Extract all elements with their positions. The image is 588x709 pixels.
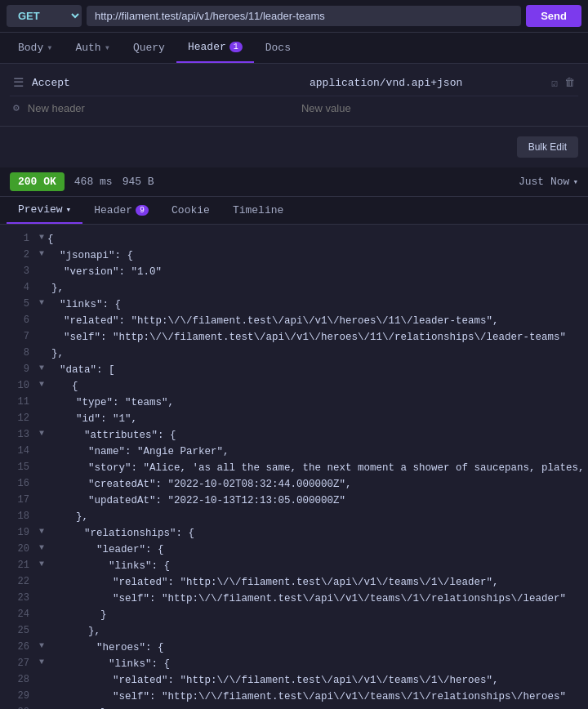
json-line: 22 "related": "http:\/\/filament.test\/a…: [0, 574, 588, 591]
line-number: 20: [7, 542, 29, 558]
line-number: 10: [7, 378, 29, 395]
json-line: 4 },: [0, 280, 588, 297]
method-select[interactable]: GET POST PUT DELETE: [7, 5, 82, 27]
line-content: }: [39, 607, 581, 623]
json-line: 11 "type": "teams",: [0, 395, 588, 411]
collapse-arrow-icon[interactable]: ▼: [39, 247, 44, 264]
line-number: 18: [7, 509, 29, 525]
tab-auth[interactable]: Auth ▾: [64, 33, 121, 63]
collapse-arrow-icon[interactable]: ▼: [39, 427, 44, 444]
json-line: 17 "updatedAt": "2022-10-13T12:13:05.000…: [0, 493, 588, 509]
header-check-icon[interactable]: ☑: [551, 77, 558, 90]
line-number: 24: [7, 607, 29, 623]
tab-docs[interactable]: Docs: [254, 33, 302, 63]
line-content: "createdAt": "2022-10-02T08:32:44.000000…: [39, 476, 581, 493]
json-line: 12 "id": "1",: [0, 411, 588, 427]
line-number: 26: [7, 640, 29, 656]
collapse-arrow-icon[interactable]: ▼: [39, 231, 44, 247]
line-content: "links": {: [47, 558, 581, 574]
timestamp-text: Just Now: [519, 176, 569, 188]
preview-tabs: Preview ▾ Header 9 Cookie Timeline: [0, 197, 588, 225]
line-content: "type": "teams",: [39, 395, 581, 411]
json-line: 2 ▼ "jsonapi": {: [0, 247, 588, 264]
header-actions: ☑ 🗑: [551, 77, 575, 90]
line-number: 6: [7, 313, 29, 329]
header-row-accept: ☰ Accept application/vnd.api+json ☑ 🗑: [10, 70, 578, 96]
line-content: },: [39, 346, 581, 362]
new-header-row: ⚙: [10, 96, 578, 119]
json-response-content: 1 ▼{2 ▼ "jsonapi": {3 "version": "1.0"4 …: [0, 225, 588, 709]
line-number: 16: [7, 476, 29, 493]
header-menu-icon[interactable]: ☰: [13, 75, 24, 91]
line-number: 21: [7, 558, 29, 574]
line-content: {: [47, 231, 581, 247]
json-line: 15 "story": "Alice, 'as all the same, th…: [0, 460, 588, 476]
line-content: "jsonapi": {: [47, 247, 581, 264]
timestamp-chevron-icon[interactable]: ▾: [572, 176, 578, 187]
line-content: "name": "Angie Parker",: [39, 444, 581, 460]
json-line: 29 "self": "http:\/\/filament.test\/api\…: [0, 689, 588, 705]
bulk-edit-button[interactable]: Bulk Edit: [517, 136, 578, 158]
header-delete-icon[interactable]: 🗑: [564, 77, 575, 90]
collapse-arrow-icon[interactable]: ▼: [39, 656, 44, 672]
line-content: "attributes": {: [47, 427, 581, 444]
tab-header[interactable]: Header 1: [176, 33, 254, 63]
json-line: 20 ▼ "leader": {: [0, 542, 588, 558]
line-number: 22: [7, 574, 29, 591]
collapse-arrow-icon[interactable]: ▼: [39, 362, 44, 378]
line-number: 19: [7, 525, 29, 542]
collapse-arrow-icon[interactable]: ▼: [39, 558, 44, 574]
json-line: 16 "createdAt": "2022-10-02T08:32:44.000…: [0, 476, 588, 493]
line-content: "related": "http:\/\/filament.test\/api\…: [39, 313, 581, 329]
url-input[interactable]: [87, 6, 521, 26]
tab-preview[interactable]: Preview ▾: [7, 197, 82, 224]
line-number: 13: [7, 427, 29, 444]
json-line: 27 ▼ "links": {: [0, 656, 588, 672]
send-button[interactable]: Send: [526, 5, 581, 27]
json-line: 10 ▼ {: [0, 378, 588, 395]
line-content: },: [39, 623, 581, 640]
collapse-arrow-icon[interactable]: ▼: [39, 542, 44, 558]
line-content: "self": "http:\/\/filament.test\/api\/v1…: [39, 689, 581, 705]
json-line: 1 ▼{: [0, 231, 588, 247]
json-line: 26 ▼ "heroes": {: [0, 640, 588, 656]
new-value-input[interactable]: [301, 102, 575, 114]
response-size: 945 B: [122, 176, 154, 188]
line-number: 14: [7, 444, 29, 460]
line-number: 12: [7, 411, 29, 427]
collapse-arrow-icon[interactable]: ▼: [39, 297, 44, 313]
line-number: 9: [7, 362, 29, 378]
tab-cookie[interactable]: Cookie: [160, 197, 221, 224]
json-line: 5 ▼ "links": {: [0, 297, 588, 313]
url-bar: GET POST PUT DELETE Send: [0, 0, 588, 33]
line-number: 11: [7, 395, 29, 411]
tab-timeline[interactable]: Timeline: [221, 197, 295, 224]
tab-query[interactable]: Query: [122, 33, 176, 63]
line-content: {: [47, 378, 581, 395]
line-content: "data": [: [47, 362, 581, 378]
line-content: "self": "http:\/\/filament.test\/api\/v1…: [39, 329, 581, 346]
line-content: "updatedAt": "2022-10-13T12:13:05.000000…: [39, 493, 581, 509]
json-line: 25 },: [0, 623, 588, 640]
line-number: 25: [7, 623, 29, 640]
line-number: 29: [7, 689, 29, 705]
collapse-arrow-icon[interactable]: ▼: [39, 640, 44, 656]
line-content: },: [39, 280, 581, 297]
line-content: "links": {: [47, 297, 581, 313]
line-content: "leader": {: [47, 542, 581, 558]
line-number: 1: [7, 231, 29, 247]
tab-body[interactable]: Body ▾: [7, 33, 64, 63]
line-content: "links": {: [47, 656, 581, 672]
collapse-arrow-icon[interactable]: ▼: [39, 525, 44, 542]
line-content: },: [39, 509, 581, 525]
bulk-edit-area: Bulk Edit: [0, 127, 588, 167]
line-number: 27: [7, 656, 29, 672]
header-key-accept: Accept: [32, 77, 310, 89]
line-number: 7: [7, 329, 29, 346]
new-header-input[interactable]: [28, 102, 301, 114]
collapse-arrow-icon[interactable]: ▼: [39, 378, 44, 395]
line-number: 23: [7, 591, 29, 607]
line-number: 4: [7, 280, 29, 297]
line-number: 5: [7, 297, 29, 313]
tab-header-resp[interactable]: Header 9: [82, 197, 160, 224]
